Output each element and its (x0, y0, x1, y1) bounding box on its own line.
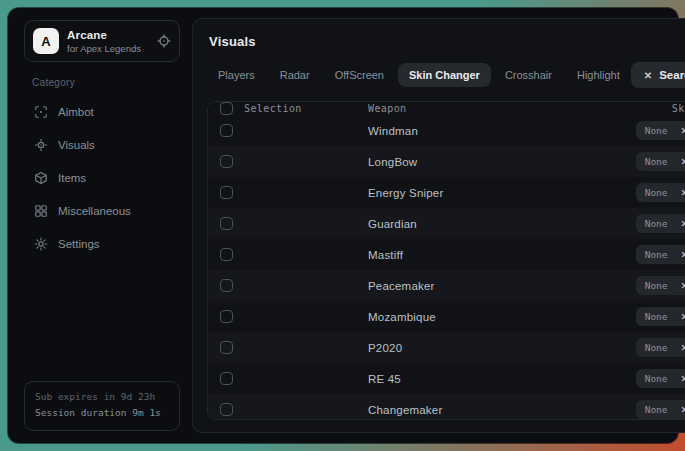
sidebar-item-label: Settings (58, 238, 100, 250)
column-header-selection: Selection (244, 103, 302, 114)
tab[interactable]: Players (207, 63, 266, 87)
skin-selector-badge[interactable]: None ✕ (636, 400, 685, 419)
search-button[interactable]: ✕ Search (631, 62, 685, 88)
sidebar-item-settings[interactable]: Settings (24, 229, 180, 259)
row-checkbox[interactable] (220, 186, 233, 199)
row-checkbox[interactable] (220, 279, 233, 292)
clear-skin-x-icon[interactable]: ✕ (681, 125, 685, 136)
tab-bar: PlayersRadarOffScreenSkin ChangerCrossha… (207, 62, 685, 88)
tab-label: Skin Changer (409, 69, 480, 81)
skin-value: None (645, 125, 668, 136)
column-header-skin: Skin (672, 103, 685, 114)
row-checkbox[interactable] (220, 310, 233, 323)
settings-gear-icon (34, 237, 48, 251)
weapon-name: Changemaker (368, 404, 442, 416)
clear-skin-x-icon[interactable]: ✕ (681, 280, 685, 291)
row-checkbox[interactable] (220, 217, 233, 230)
tab-label: Players (218, 69, 255, 81)
category-label: Category (32, 77, 180, 88)
tab[interactable]: Skin Changer (398, 63, 491, 87)
tab[interactable]: Crosshair (494, 63, 563, 87)
skin-selector-badge[interactable]: None ✕ (636, 338, 685, 357)
subscription-info-card: Sub expires in 9d 23h Session duration 9… (24, 381, 180, 431)
table-row: Windman None ✕ (208, 115, 685, 146)
weapon-name: LongBow (368, 156, 417, 168)
skin-value: None (645, 311, 668, 322)
app-logo: A (33, 28, 59, 54)
clear-skin-x-icon[interactable]: ✕ (681, 311, 685, 322)
table-row: Changemaker None ✕ (208, 394, 685, 420)
weapon-name: Energy Sniper (368, 187, 443, 199)
sidebar-item-label: Aimbot (58, 106, 94, 118)
tab[interactable]: OffScreen (324, 63, 395, 87)
sidebar-nav: Aimbot Visuals Items Miscellaneous (24, 97, 180, 259)
skin-selector-badge[interactable]: None ✕ (636, 152, 685, 171)
table-row: LongBow None ✕ (208, 146, 685, 177)
skin-value: None (645, 342, 668, 353)
column-header-weapon: Weapon (368, 103, 407, 114)
sidebar-item-label: Visuals (58, 139, 95, 151)
skin-selector-badge[interactable]: None ✕ (636, 214, 685, 233)
skin-selector-badge[interactable]: None ✕ (636, 276, 685, 295)
skin-selector-badge[interactable]: None ✕ (636, 183, 685, 202)
weapon-name: Windman (368, 125, 418, 137)
skin-selector-badge[interactable]: None ✕ (636, 369, 685, 388)
sidebar-item-miscellaneous[interactable]: Miscellaneous (24, 196, 180, 226)
weapon-name: Guardian (368, 218, 417, 230)
session-duration-text: Session duration 9m 1s (35, 405, 169, 422)
skin-value: None (645, 249, 668, 260)
tab[interactable]: Radar (269, 63, 321, 87)
clear-skin-x-icon[interactable]: ✕ (681, 187, 685, 198)
clear-skin-x-icon[interactable]: ✕ (681, 218, 685, 229)
miscellaneous-grid-icon (34, 204, 48, 218)
sidebar-item-aimbot[interactable]: Aimbot (24, 97, 180, 127)
items-box-icon (34, 171, 48, 185)
skin-value: None (645, 373, 668, 384)
skin-value: None (645, 156, 668, 167)
table-row: Energy Sniper None ✕ (208, 177, 685, 208)
skin-value: None (645, 404, 668, 415)
app-name: Arcane (67, 29, 149, 41)
table-row: Mozambique None ✕ (208, 301, 685, 332)
tabs: PlayersRadarOffScreenSkin ChangerCrossha… (207, 63, 631, 87)
brand-card: A Arcane for Apex Legends (24, 20, 180, 62)
table-row: P2020 None ✕ (208, 332, 685, 363)
tab-label: OffScreen (335, 69, 384, 81)
row-checkbox[interactable] (220, 341, 233, 354)
row-checkbox[interactable] (220, 124, 233, 137)
row-checkbox[interactable] (220, 403, 233, 416)
search-x-icon: ✕ (644, 70, 652, 81)
skin-selector-badge[interactable]: None ✕ (636, 245, 685, 264)
weapon-name: Peacemaker (368, 280, 435, 292)
sidebar-item-visuals[interactable]: Visuals (24, 130, 180, 160)
app-subtitle: for Apex Legends (67, 43, 149, 54)
sidebar-item-items[interactable]: Items (24, 163, 180, 193)
clear-skin-x-icon[interactable]: ✕ (681, 342, 685, 353)
clear-skin-x-icon[interactable]: ✕ (681, 404, 685, 415)
skin-selector-badge[interactable]: None ✕ (636, 121, 685, 140)
skin-selector-badge[interactable]: None ✕ (636, 307, 685, 326)
row-checkbox[interactable] (220, 155, 233, 168)
tab[interactable]: Highlight (566, 63, 631, 87)
sidebar: A Arcane for Apex Legends Category Aimbo… (18, 18, 184, 433)
table-row: Mastiff None ✕ (208, 239, 685, 270)
clear-skin-x-icon[interactable]: ✕ (681, 249, 685, 260)
skin-value: None (645, 280, 668, 291)
weapon-name: RE 45 (368, 373, 401, 385)
skin-value: None (645, 218, 668, 229)
tab-label: Crosshair (505, 69, 552, 81)
select-all-checkbox[interactable] (220, 102, 233, 115)
page-title: Visuals (209, 34, 685, 49)
clear-skin-x-icon[interactable]: ✕ (681, 373, 685, 384)
table-row: RE 45 None ✕ (208, 363, 685, 394)
row-checkbox[interactable] (220, 248, 233, 261)
crosshair-target-icon[interactable] (157, 34, 171, 48)
app-window: A Arcane for Apex Legends Category Aimbo… (8, 8, 678, 443)
skin-changer-table: Selection Weapon Skin Windman None ✕ Lon… (207, 101, 685, 420)
table-row: Guardian None ✕ (208, 208, 685, 239)
row-checkbox[interactable] (220, 372, 233, 385)
brand-text: Arcane for Apex Legends (67, 29, 149, 54)
weapon-name: Mozambique (368, 311, 436, 323)
visuals-panel: Visuals PlayersRadarOffScreenSkin Change… (192, 18, 685, 433)
clear-skin-x-icon[interactable]: ✕ (681, 156, 685, 167)
